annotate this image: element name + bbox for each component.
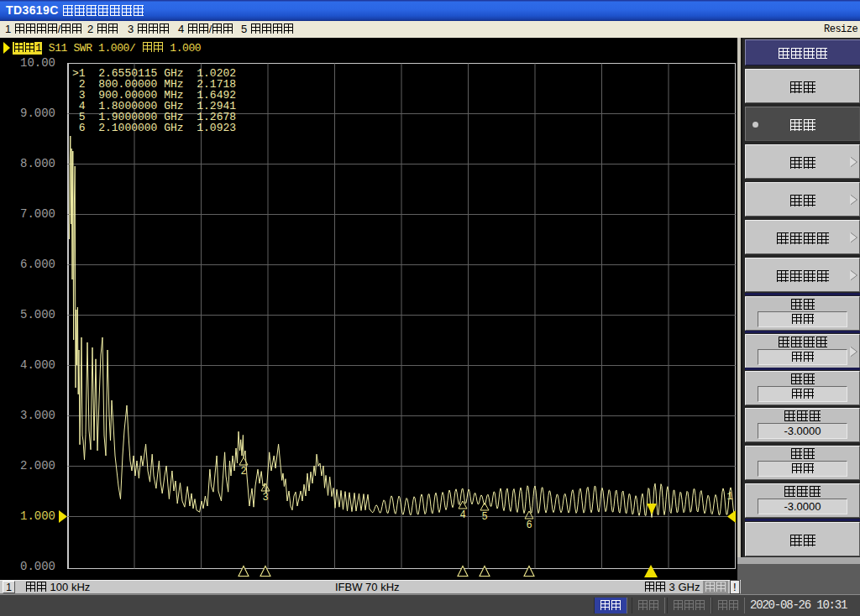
svg-text:2: 2 — [240, 466, 246, 478]
svg-text:3: 3 — [262, 492, 268, 504]
svg-text:4: 4 — [459, 509, 465, 521]
svg-text:5: 5 — [481, 511, 487, 523]
svg-text:6: 6 — [526, 519, 532, 531]
svg-text:1: 1 — [726, 491, 732, 503]
